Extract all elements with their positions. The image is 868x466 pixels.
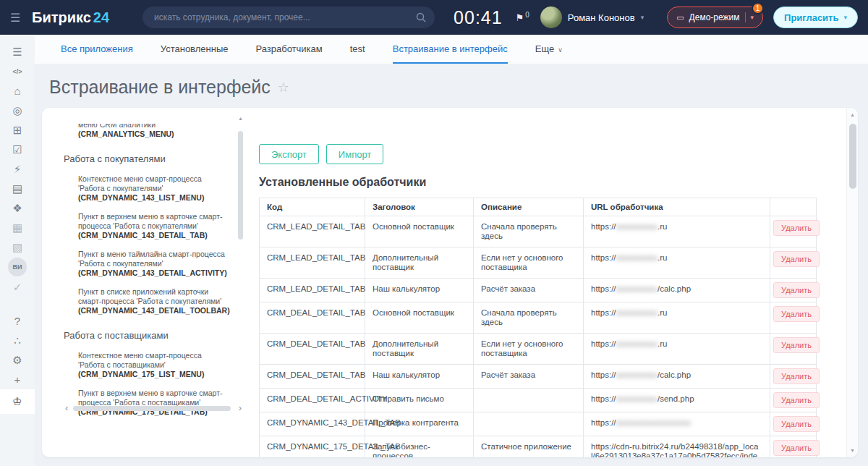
scroll-left-icon[interactable]: ‹	[65, 404, 68, 412]
card: меню CRM аналитики(CRM_ANALYTICS_MENU)Ра…	[42, 108, 858, 457]
add-icon[interactable]: +	[0, 370, 35, 389]
panel-scrollbar-horizontal[interactable]: ‹ ›	[65, 403, 242, 413]
divider	[745, 12, 746, 22]
scroll-right-icon[interactable]: ›	[239, 404, 242, 412]
placement-item[interactable]: Пункт в меню таймлайна смарт-процесса 'Р…	[78, 250, 227, 278]
cell-actions: Удалить	[770, 216, 817, 247]
export-button[interactable]: Экспорт	[259, 144, 319, 164]
cell-url: https://xxxxxxxxxx.ru	[584, 216, 770, 247]
crm-icon[interactable]: ◎	[0, 101, 35, 120]
logo-number: 24	[93, 9, 109, 25]
card-scrollbar[interactable]: ▲ ▼	[846, 108, 858, 457]
cell-url: https://cdn-ru.bitrix24.ru/b24498318/app…	[584, 436, 770, 458]
redacted-url-segment: xxxxxxxxxx	[616, 394, 658, 403]
delete-button[interactable]: Удалить	[773, 416, 820, 432]
cell-description: Расчёт заказа	[474, 365, 584, 389]
page-header: Встраивание в интерфейс ☆	[42, 74, 858, 108]
invite-button[interactable]: Пригласить ▾	[773, 7, 858, 28]
cell-url: https://xxxxxxxxxxxxxxxxxx	[584, 412, 770, 436]
feed-icon[interactable]: ☰	[0, 42, 35, 62]
tab-test[interactable]: test	[350, 35, 365, 64]
cell-title: Наш калькулятор	[365, 365, 474, 389]
search-input[interactable]	[142, 7, 435, 28]
scrollbar-track[interactable]	[72, 406, 234, 411]
shop-icon[interactable]: ⊞	[0, 120, 35, 140]
market-icon[interactable]: ♔	[0, 389, 35, 414]
sidebar: ☰</>⌂◎⊞☑⚡▤❖▦▧ВИ✓ ?∴⚙+♔	[0, 35, 35, 466]
avatar	[540, 7, 562, 28]
topbar: ☰ Битрикс24 00:41 ⚑0 Роман Кононов ▾ ▭ Д…	[0, 0, 868, 35]
cell-code: CRM_DYNAMIC_143_DETAIL_TAB	[260, 412, 365, 436]
placement-item[interactable]: Пункт в верхнем меню в карточке смарт-пр…	[78, 212, 227, 240]
search-box	[142, 7, 435, 28]
delete-button[interactable]: Удалить	[773, 392, 820, 408]
placement-item[interactable]: Контекстное меню смарт-процесса 'Работа …	[78, 174, 227, 203]
delete-button[interactable]: Удалить	[773, 440, 820, 456]
sites-icon[interactable]: ❖	[0, 198, 35, 218]
code-icon[interactable]: </>	[0, 62, 35, 81]
cell-description	[474, 412, 584, 436]
import-button[interactable]: Импорт	[326, 144, 383, 164]
user-menu[interactable]: Роман Кононов ▾	[540, 7, 644, 28]
column-header: Описание	[474, 198, 584, 216]
favorite-star-icon[interactable]: ☆	[278, 80, 289, 96]
cell-url: https://xxxxxxxxxx.ru	[584, 334, 770, 365]
help-icon[interactable]: ?	[0, 311, 35, 331]
delete-button[interactable]: Удалить	[773, 368, 820, 384]
chevron-down-icon: ▾	[751, 14, 754, 21]
cell-description: Сначала проверять здесь	[474, 216, 584, 247]
handlers-heading: Установленные обработчики	[259, 176, 839, 189]
handlers-table-head-row: КодЗаголовокОписаниеURL обработчика	[260, 198, 817, 216]
content: Встраивание в интерфейс ☆ меню CRM анали…	[35, 64, 868, 466]
logo[interactable]: Битрикс24	[32, 9, 109, 26]
invite-label: Пригласить	[784, 12, 838, 23]
delete-button[interactable]: Удалить	[773, 251, 820, 267]
delete-button[interactable]: Удалить	[773, 282, 820, 298]
scroll-up-icon[interactable]: ▴	[238, 115, 243, 122]
apps-icon[interactable]: ▦	[0, 218, 35, 237]
cell-url: https://xxxxxxxxxx.ru	[584, 302, 770, 334]
redacted-url-segment: xxxxxxxxxxxxxxxxxx	[616, 418, 692, 427]
cell-code: CRM_DEAL_DETAIL_TAB	[260, 334, 365, 365]
flag-icon[interactable]: ⚑0	[516, 11, 529, 23]
delete-button[interactable]: Удалить	[773, 337, 820, 353]
chevron-down-icon: ∨	[558, 46, 563, 54]
scrollbar-thumb[interactable]	[238, 131, 243, 240]
table-row: CRM_LEAD_DETAIL_TABОсновной поставщикСна…	[260, 216, 817, 247]
panel-scrollbar-vertical[interactable]: ▴	[238, 125, 243, 386]
column-header: Код	[260, 198, 365, 216]
clock[interactable]: 00:41	[454, 7, 503, 28]
scrollbar-thumb[interactable]	[849, 124, 856, 189]
menu-icon[interactable]: ☰	[10, 11, 29, 25]
placement-item[interactable]: Контекстное меню смарт-процесса 'Работа …	[78, 351, 227, 379]
cell-actions: Удалить	[770, 436, 817, 458]
placement-item[interactable]: Пункт в списке приложений карточки смарт…	[78, 287, 227, 315]
check-icon[interactable]: ✓	[0, 277, 35, 297]
tab-more[interactable]: Еще∨	[535, 35, 563, 64]
scrollbar-thumb[interactable]	[73, 406, 230, 411]
demo-mode-button[interactable]: ▭ Демо-режим ▾ 1	[667, 7, 763, 28]
structure-icon[interactable]: ∴	[0, 331, 35, 350]
chevron-down-icon: ▾	[641, 14, 644, 21]
tab-installed[interactable]: Установленные	[161, 35, 229, 64]
scroll-up-icon[interactable]: ▲	[847, 112, 858, 117]
tab-embedding[interactable]: Встраивание в интерфейс	[393, 35, 508, 64]
cell-title: Основной поставщик	[365, 302, 474, 334]
group-vi-avatar[interactable]: ВИ	[8, 258, 27, 276]
cell-url: https://xxxxxxxxxx/calc.php	[584, 365, 770, 389]
tab-developers[interactable]: Разработчикам	[255, 35, 322, 64]
placement-item[interactable]: меню CRM аналитики(CRM_ANALYTICS_MENU)	[78, 124, 227, 139]
tab-all-apps[interactable]: Все приложения	[61, 35, 133, 64]
apps-2-icon[interactable]: ▧	[0, 237, 35, 257]
delete-button[interactable]: Удалить	[773, 306, 820, 322]
settings-icon[interactable]: ⚙	[0, 350, 35, 370]
redacted-url-segment: xxxxxxxxxx	[616, 222, 658, 231]
contact-center-icon[interactable]: ▤	[0, 179, 35, 198]
tasks-icon[interactable]: ☑	[0, 140, 35, 159]
sidebar-bottom-group: ?∴⚙+♔	[0, 311, 35, 414]
automation-icon[interactable]: ⚡	[0, 159, 35, 179]
cell-code: CRM_LEAD_DETAIL_TAB	[260, 216, 365, 247]
scroll-down-icon[interactable]: ▼	[847, 448, 858, 453]
company-icon[interactable]: ⌂	[0, 81, 35, 101]
delete-button[interactable]: Удалить	[773, 220, 820, 236]
